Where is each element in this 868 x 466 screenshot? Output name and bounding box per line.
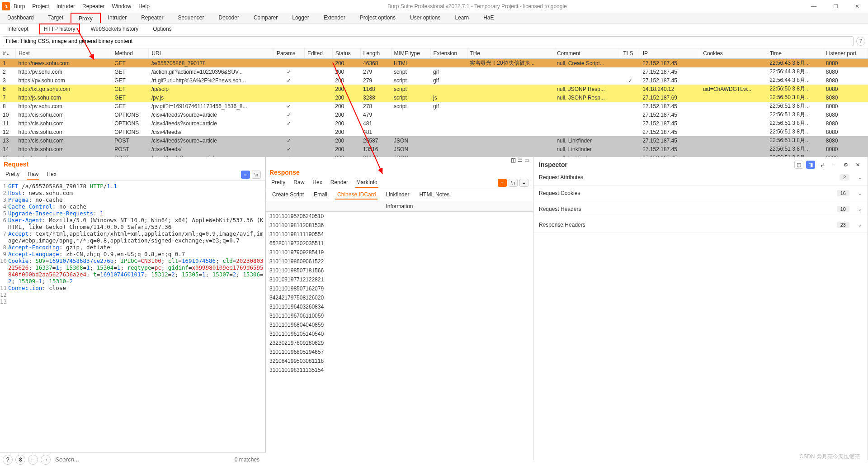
tab-dashboard[interactable]: Dashboard [0,13,41,23]
list-item[interactable]: 310110198609061522 [266,257,533,266]
newline-icon[interactable]: \n [252,171,261,179]
menu-burp[interactable]: Burp [14,3,25,10]
request-tab-pretty[interactable]: Pretty [5,170,20,180]
table-row[interactable]: 11http://cis.sohu.comOPTIONS/cisv4/feeds… [0,119,868,128]
column-header[interactable]: Edited [304,48,332,59]
gear-icon[interactable]: ⚙ [841,161,850,169]
menu-intruder[interactable]: Intruder [57,3,75,10]
tab-repeater[interactable]: Repeater [134,13,170,23]
list-item[interactable]: 310110198507162079 [266,284,533,293]
column-header[interactable]: Params [274,48,304,59]
table-row[interactable]: 3https://pv.sohu.comGET/rt.gif?url=http%… [0,76,868,85]
equals-icon[interactable]: = [519,179,528,187]
response-tab-markinfo[interactable]: MarkInfo [355,178,378,188]
tab-comparer[interactable]: Comparer [246,13,285,23]
list-item[interactable]: 232302197609180829 [266,338,533,347]
menu-window[interactable]: Window [112,3,131,10]
inspector-row[interactable]: Request Cookies16⌄ [533,185,868,201]
table-row[interactable]: 1http://news.sohu.comGET/a/655705868_790… [0,59,868,68]
tab-decoder[interactable]: Decoder [212,13,246,23]
column-header[interactable]: URL [149,48,274,59]
menu-repeater[interactable]: Repeater [82,3,104,10]
list-item[interactable]: 310110196105140540 [266,329,533,338]
filter-icon[interactable]: ⇄ [818,161,827,169]
inspector-row[interactable]: Response Headers23⌄ [533,217,868,233]
layout-a-icon[interactable]: ◫ [794,161,803,169]
column-header[interactable]: # [0,48,16,59]
column-header[interactable]: Length [360,48,391,59]
column-header[interactable]: Cookies [700,48,767,59]
column-header[interactable]: Time [767,48,823,59]
table-row[interactable]: 10http://cis.sohu.comOPTIONS/cisv4/feeds… [0,110,868,119]
list-item[interactable]: 310110196805194657 [266,347,533,357]
column-header[interactable]: IP [640,48,700,59]
list-item[interactable]: 652801197302035511 [266,239,533,248]
layout-columns-icon[interactable]: ◫ [511,157,516,163]
view-icon[interactable]: ≡ [498,179,507,187]
subtab-websockets-history[interactable]: WebSockets history [87,24,142,33]
tab-project-options[interactable]: Project options [353,13,403,23]
subtab-http-history[interactable]: HTTP history [39,24,80,34]
list-item[interactable]: 310110198507181566 [266,266,533,275]
table-row[interactable]: 15http://cis.sohu.comPOST/cisv4/feeds?so… [0,153,868,157]
minimize-button[interactable]: — [805,3,823,10]
close-button[interactable]: ✕ [848,3,866,10]
inspector-row[interactable]: Request Attributes2⌄ [533,170,868,185]
filter-input[interactable] [3,36,854,46]
tab-proxy[interactable]: Proxy [71,13,101,23]
column-header[interactable]: Comment [554,48,620,59]
table-row[interactable]: 2http://pv.sohu.comGET/action.gif?action… [0,67,868,76]
table-row[interactable]: 12http://cis.sohu.comOPTIONS/cisv4/feeds… [0,128,868,136]
list-item[interactable]: 310109197712122821 [266,275,533,284]
table-row[interactable]: 8http://pv.sohu.comGET/pv.gif?t=16910746… [0,102,868,110]
close-icon[interactable]: ✕ [853,161,862,169]
list-item[interactable]: 310110196804040859 [266,320,533,329]
request-tab-raw[interactable]: Raw [27,170,39,180]
list-item[interactable]: 310110198112081536 [266,221,533,230]
next-icon[interactable]: → [41,455,51,461]
response-tab-render[interactable]: Render [330,178,349,188]
response-subtab-email[interactable]: Email [312,190,329,200]
tab-sequencer[interactable]: Sequencer [171,13,212,23]
list-item[interactable]: 310110198311135154 [266,366,533,375]
column-header[interactable]: Method [112,48,149,59]
divide-icon[interactable]: ÷ [830,161,839,169]
list-item[interactable]: 310110196706110059 [266,311,533,320]
column-header[interactable]: TLS [620,48,640,59]
subtab-intercept[interactable]: Intercept [4,24,32,33]
tab-learn[interactable]: Learn [448,13,476,23]
maximize-button[interactable]: ☐ [826,3,844,10]
response-tab-raw[interactable]: Raw [292,178,305,188]
list-item[interactable]: 310110197909285419 [266,248,533,257]
table-row[interactable]: 13http://cis.sohu.comPOST/cisv4/feeds?so… [0,136,868,145]
tab-target[interactable]: Target [41,13,71,23]
column-header[interactable]: Title [467,48,554,59]
menu-project[interactable]: Project [32,3,49,10]
list-item[interactable]: 342421797508126020 [266,293,533,302]
prev-icon[interactable]: ← [28,455,38,461]
tab-hae[interactable]: HaE [476,13,501,23]
settings-icon[interactable]: ⚙ [15,455,25,461]
view-icon[interactable]: ≡ [241,171,250,179]
help-icon[interactable]: ? [856,37,865,46]
list-item[interactable]: 321084199503081118 [266,357,533,366]
tab-intruder[interactable]: Intruder [101,13,134,23]
response-subtab-linkfinder[interactable]: Linkfinder [384,190,411,200]
column-header[interactable]: Status [332,48,360,59]
layout-b-icon[interactable]: ◨ [806,161,815,169]
inspector-row[interactable]: Request Headers10⌄ [533,201,868,217]
list-item[interactable]: 310110196403260834 [266,302,533,311]
column-header[interactable]: Listener port [823,48,868,59]
help-icon[interactable]: ? [3,455,13,461]
request-tab-hex[interactable]: Hex [46,170,57,180]
response-tab-hex[interactable]: Hex [311,178,323,188]
menu-help[interactable]: Help [138,3,150,10]
column-header[interactable]: MIME type [391,48,430,59]
response-subtab-html-notes[interactable]: HTML Notes [417,190,451,200]
table-row[interactable]: 14http://cis.sohu.comPOST/cisv4/feeds/✓2… [0,145,868,153]
response-subtab-create-script[interactable]: Create Script [270,190,306,200]
subtab-options[interactable]: Options [149,24,175,33]
table-row[interactable]: 6http://txt.go.sohu.comGET/ip/soip200116… [0,85,868,93]
request-body[interactable]: 1GET /a/655705868_790178 HTTP/1.12Host: … [0,181,265,460]
response-subtab-chinese-idcard[interactable]: Chinese IDCard [335,190,377,200]
